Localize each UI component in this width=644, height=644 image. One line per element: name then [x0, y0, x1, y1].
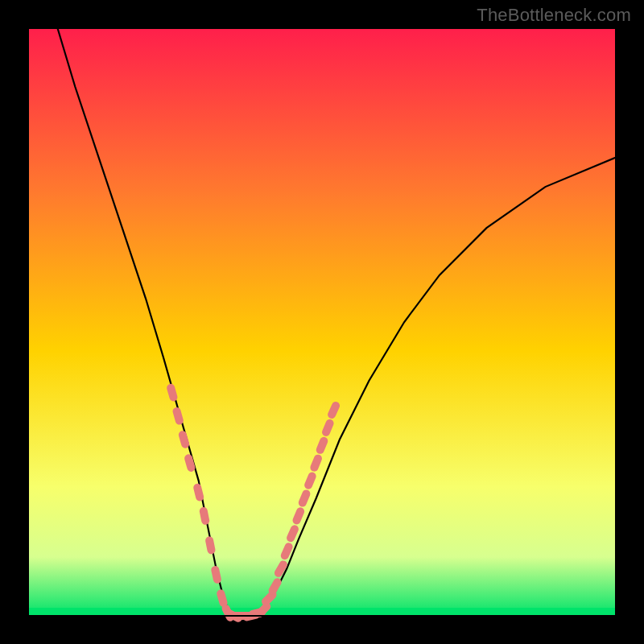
baseline-band: [28, 608, 616, 616]
chart-svg: [0, 0, 644, 644]
plot-background: [28, 28, 616, 616]
watermark-text: TheBottleneck.com: [477, 5, 631, 26]
chart-stage: TheBottleneck.com: [0, 0, 644, 644]
